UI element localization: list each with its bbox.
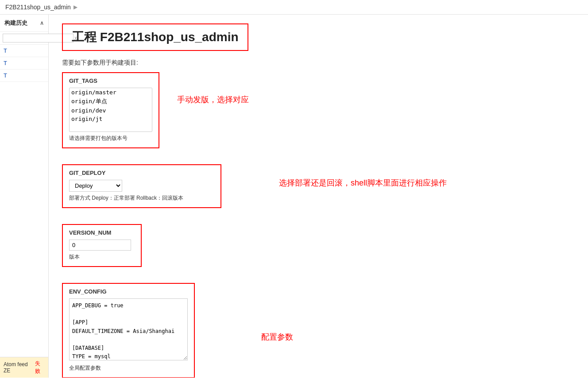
- git-deploy-annotation: 选择部署还是回滚，shell脚本里面进行相应操作: [279, 178, 447, 188]
- breadcrumb-project[interactable]: F2B211shop_us_admin: [5, 4, 71, 11]
- list-item[interactable]: T: [0, 57, 48, 70]
- env-config-label: ENV_CONFIG: [69, 288, 188, 295]
- git-deploy-select[interactable]: Deploy Rollback: [69, 180, 122, 192]
- main-content: 工程 F2B211shop_us_admin 需要如下参数用于构建项目: GIT…: [49, 15, 588, 378]
- atom-feed-fail-label: 失败: [35, 360, 45, 375]
- sidebar-search-bar: x: [0, 32, 48, 45]
- atom-feed-bar: Atom feed ZE 失败: [0, 357, 48, 378]
- version-num-input[interactable]: [69, 240, 131, 251]
- git-deploy-label: GIT_DEPLOY: [69, 170, 214, 176]
- project-title: 工程 F2B211shop_us_admin: [72, 30, 239, 44]
- list-item[interactable]: T: [0, 70, 48, 82]
- git-tags-annotation: 手动发版，选择对应: [177, 94, 249, 105]
- sidebar: 构建历史 ∧ x T T T Atom feed ZE 失败: [0, 15, 49, 378]
- version-hint: 版本: [69, 253, 135, 261]
- env-config-section: ENV_CONFIG APP_DEBUG = true [APP] DEFAUL…: [62, 283, 195, 378]
- breadcrumb: F2B211shop_us_admin ▶: [0, 0, 588, 15]
- atom-feed-link[interactable]: Atom feed ZE: [4, 361, 33, 374]
- env-config-annotation: 配置参数: [261, 332, 293, 342]
- git-tags-listbox[interactable]: origin/master origin/单点 origin/dev origi…: [69, 88, 152, 132]
- git-tag-option[interactable]: origin/单点: [70, 97, 152, 106]
- version-num-section: VERSION_NUM 版本: [62, 224, 142, 267]
- git-deploy-section: GIT_DEPLOY Deploy Rollback 部署方式 Deploy：正…: [62, 164, 221, 208]
- git-tags-section: GIT_TAGS origin/master origin/单点 origin/…: [62, 72, 159, 148]
- git-deploy-hint: 部署方式 Deploy：正常部署 Rollback：回滚版本: [69, 194, 214, 202]
- build-params-label: 需要如下参数用于构建项目:: [62, 59, 575, 67]
- list-item[interactable]: T: [0, 45, 48, 57]
- breadcrumb-arrow: ▶: [74, 4, 77, 10]
- git-tags-hint: 请选择需要打包的版本号: [69, 135, 152, 142]
- git-tag-option[interactable]: origin/dev: [70, 106, 152, 115]
- env-config-hint: 全局配置参数: [69, 364, 188, 372]
- git-tag-option[interactable]: origin/jt: [70, 115, 152, 123]
- env-config-textarea[interactable]: APP_DEBUG = true [APP] DEFAULT_TIMEZONE …: [69, 298, 188, 360]
- sidebar-items-list: T T T: [0, 45, 48, 357]
- git-tags-label: GIT_TAGS: [69, 77, 152, 84]
- sidebar-section-header[interactable]: 构建历史 ∧: [0, 15, 48, 32]
- project-title-box: 工程 F2B211shop_us_admin: [62, 23, 248, 51]
- version-num-label: VERSION_NUM: [69, 229, 135, 236]
- git-tag-option[interactable]: origin/master: [70, 88, 152, 97]
- chevron-up-icon: ∧: [40, 20, 44, 26]
- sidebar-section-label: 构建历史: [4, 19, 27, 27]
